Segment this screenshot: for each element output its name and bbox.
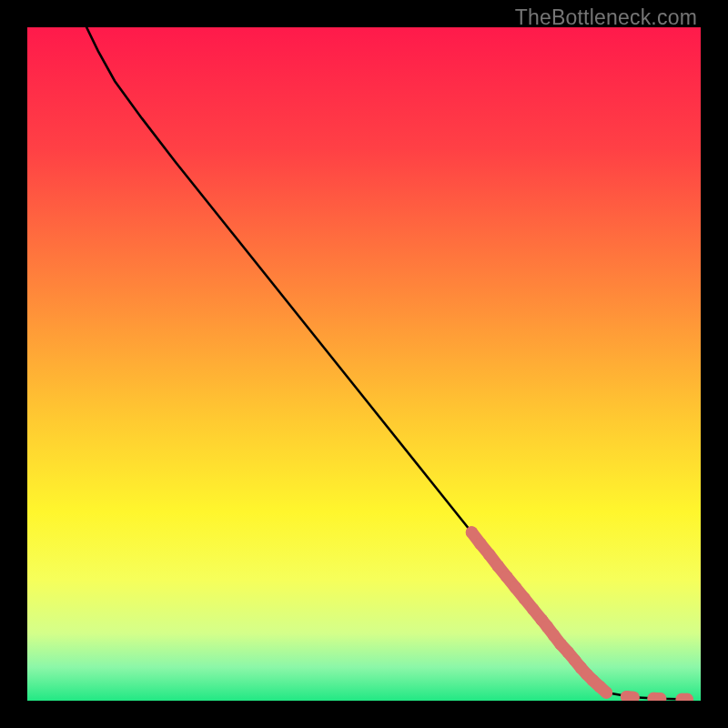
chart-frame: TheBottleneck.com (0, 0, 728, 728)
watermark-text: TheBottleneck.com (515, 5, 697, 30)
plot-area (27, 27, 701, 701)
highlight-dots (466, 526, 693, 701)
curve-layer (27, 27, 701, 701)
bottleneck-curve-path (86, 27, 687, 700)
highlight-dot (601, 686, 612, 698)
